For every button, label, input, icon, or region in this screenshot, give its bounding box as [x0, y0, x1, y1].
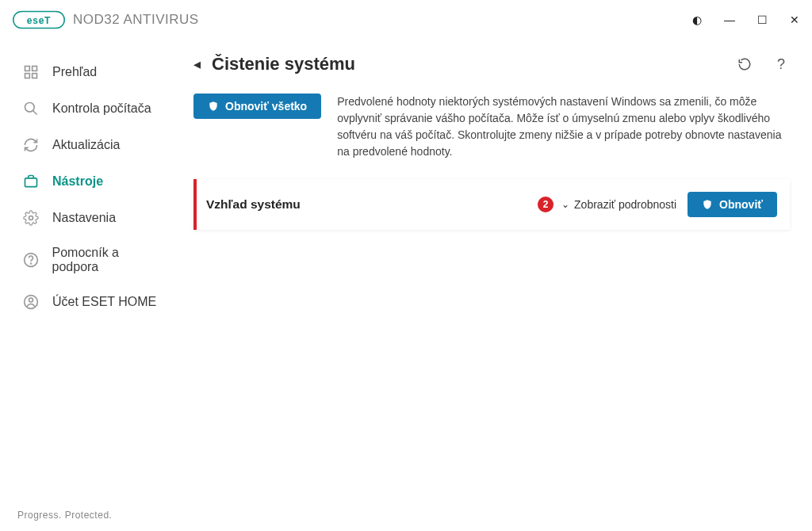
- reset-label: Obnoviť: [719, 198, 763, 211]
- page-title: Čistenie systému: [212, 54, 355, 74]
- titlebar: eseT NOD32 ANTIVIRUS ◐ — ☐ ✕: [0, 0, 812, 40]
- back-button[interactable]: ◂: [193, 55, 201, 73]
- sidebar-item-label: Kontrola počítača: [52, 101, 151, 116]
- contrast-icon[interactable]: ◐: [692, 13, 702, 26]
- dashboard-icon: [22, 63, 40, 81]
- svg-text:eseT: eseT: [27, 15, 51, 26]
- sidebar-item-update[interactable]: Aktualizácia: [0, 127, 182, 163]
- issue-count-badge: 2: [538, 197, 553, 212]
- window-controls: ◐ — ☐ ✕: [692, 13, 799, 26]
- sidebar-item-tools[interactable]: Nástroje: [0, 163, 182, 200]
- refresh-icon: [22, 136, 40, 154]
- intro-text: Predvolené hodnoty niektorých systémovýc…: [337, 94, 790, 160]
- close-button[interactable]: ✕: [790, 13, 799, 26]
- sidebar: Prehľad Kontrola počítača Aktualizácia N…: [0, 40, 182, 499]
- maximize-button[interactable]: ☐: [757, 13, 768, 26]
- svg-rect-2: [25, 67, 30, 71]
- help-icon: [22, 251, 40, 269]
- svg-point-10: [30, 263, 31, 264]
- footer-text: Progress. Protected.: [17, 510, 112, 521]
- footer: Progress. Protected.: [0, 499, 112, 531]
- sidebar-item-help[interactable]: Pomocník a podpora: [0, 236, 182, 284]
- sidebar-item-label: Aktualizácia: [52, 138, 120, 152]
- reset-button[interactable]: Obnoviť: [688, 192, 777, 217]
- shield-icon: [208, 101, 219, 112]
- eset-logo: eseT: [13, 10, 65, 29]
- shield-icon: [702, 199, 713, 210]
- reset-all-button[interactable]: Obnoviť všetko: [193, 94, 321, 119]
- user-icon: [22, 293, 40, 311]
- gear-icon: [22, 209, 40, 227]
- sidebar-item-label: Nástroje: [52, 174, 103, 189]
- search-icon: [22, 100, 40, 117]
- svg-point-8: [29, 216, 33, 220]
- svg-rect-3: [33, 67, 37, 71]
- sidebar-item-overview[interactable]: Prehľad: [0, 54, 182, 90]
- sidebar-item-label: Prehľad: [52, 65, 97, 79]
- sidebar-item-settings[interactable]: Nastavenia: [0, 200, 182, 236]
- sidebar-item-label: Účet ESET HOME: [52, 295, 156, 309]
- briefcase-icon: [22, 173, 40, 190]
- sidebar-item-label: Nastavenia: [52, 211, 116, 225]
- sidebar-item-scan[interactable]: Kontrola počítača: [0, 90, 182, 127]
- card-title: Vzhľad systému: [206, 197, 301, 212]
- show-details-toggle[interactable]: ⌄ Zobraziť podrobnosti: [561, 198, 676, 211]
- system-appearance-card: Vzhľad systému 2 ⌄ Zobraziť podrobnosti …: [193, 179, 790, 230]
- main-content: ◂ Čistenie systému ? Obnoviť všetko Pred…: [182, 40, 812, 499]
- svg-rect-4: [25, 74, 30, 78]
- minimize-button[interactable]: —: [724, 13, 735, 26]
- refresh-button[interactable]: [736, 55, 753, 73]
- svg-rect-5: [33, 74, 37, 78]
- svg-rect-7: [25, 178, 37, 187]
- page-header: ◂ Čistenie systému ?: [193, 54, 790, 74]
- reset-all-label: Obnoviť všetko: [225, 100, 307, 113]
- product-name: NOD32 ANTIVIRUS: [73, 12, 199, 28]
- chevron-down-icon: ⌄: [561, 199, 569, 210]
- show-details-label: Zobraziť podrobnosti: [574, 198, 676, 211]
- svg-point-6: [25, 103, 35, 113]
- svg-point-12: [29, 298, 33, 302]
- sidebar-item-label: Pomocník a podpora: [52, 246, 167, 274]
- help-button[interactable]: ?: [772, 55, 790, 73]
- sidebar-item-account[interactable]: Účet ESET HOME: [0, 284, 182, 320]
- intro-row: Obnoviť všetko Predvolené hodnoty niekto…: [193, 94, 790, 160]
- logo-group: eseT NOD32 ANTIVIRUS: [13, 10, 199, 29]
